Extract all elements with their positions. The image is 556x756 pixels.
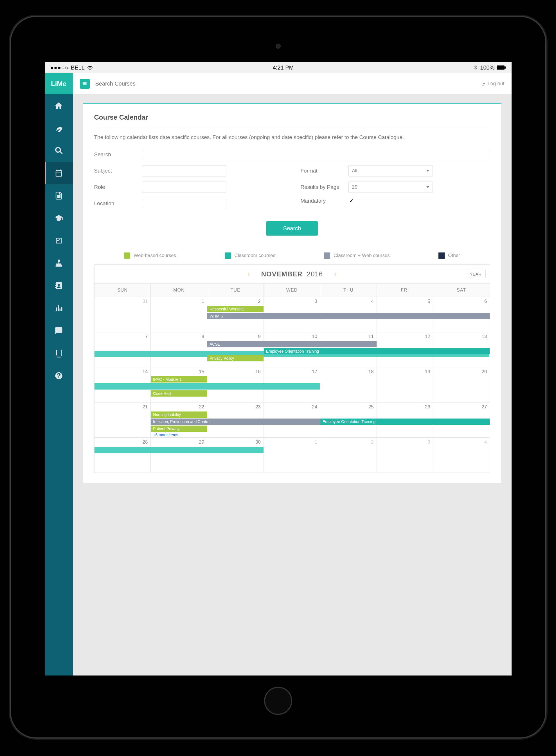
date-number: 1	[314, 439, 317, 445]
calendar-cell[interactable]: 1	[264, 438, 320, 473]
sidebar-messages[interactable]	[45, 320, 73, 342]
sidebar-calendar[interactable]	[45, 162, 73, 184]
logout-label: Log out	[487, 81, 504, 87]
prev-month-button[interactable]: ‹	[236, 270, 261, 278]
sidebar-graduation[interactable]	[45, 207, 73, 229]
calendar-event[interactable]: ACSL	[207, 341, 377, 347]
day-header: MON	[151, 284, 207, 297]
calendar-cell[interactable]: 29	[151, 438, 207, 473]
calendar-event[interactable]	[95, 383, 320, 390]
calendar-event[interactable]: Respectful Workpla	[207, 306, 264, 312]
calendar-title: NOVEMBER 2016	[261, 270, 323, 278]
calendar-cell[interactable]: 9ACSLPrivacy Policy	[207, 332, 264, 367]
date-number: 6	[484, 299, 487, 304]
bar-chart-icon	[55, 304, 63, 313]
results-label: Results by Page	[301, 184, 343, 190]
calendar-event[interactable]: Employee Orientation Training	[264, 348, 489, 354]
calendar-cell[interactable]: 14	[95, 367, 151, 402]
legend-item: Classroom courses	[225, 253, 275, 259]
carrier-label: BELL	[71, 64, 85, 71]
search-input[interactable]	[142, 149, 490, 160]
calendar-event[interactable]	[95, 447, 264, 453]
help-icon	[55, 371, 63, 380]
sidebar-contacts[interactable]	[45, 274, 73, 297]
calendar-cell[interactable]: 7	[95, 332, 151, 367]
calendar-event[interactable]: Privacy Policy	[207, 355, 264, 361]
format-select[interactable]: All	[348, 165, 433, 176]
calendar-cell[interactable]: 1	[151, 297, 207, 332]
home-icon	[55, 101, 63, 110]
sidebar-checklist[interactable]	[45, 229, 73, 252]
leaf-icon	[55, 124, 63, 132]
calendar-cell[interactable]: 18	[320, 367, 377, 402]
sidebar-document[interactable]	[45, 184, 73, 207]
calendar-cell[interactable]: 21	[95, 402, 151, 438]
sidebar-leaf[interactable]	[45, 117, 73, 139]
app-logo[interactable]: LiMe	[45, 73, 73, 94]
calendar-cell[interactable]: 3	[377, 438, 433, 473]
sidebar-hierarchy[interactable]	[45, 252, 73, 274]
sidebar-reports[interactable]	[45, 297, 73, 320]
sidebar-help[interactable]	[45, 364, 73, 387]
calendar-event[interactable]: Employee Orientation Training	[320, 419, 490, 425]
date-number: 9	[258, 334, 261, 339]
calendar-event[interactable]: WHMIS	[207, 313, 489, 319]
results-select[interactable]: 25	[348, 182, 433, 193]
date-number: 29	[199, 439, 204, 445]
legend-item: Web-based courses	[124, 253, 176, 259]
sidebar-search[interactable]	[45, 139, 73, 162]
checklist-icon	[55, 236, 63, 245]
caret-down-icon	[426, 186, 429, 188]
next-month-button[interactable]: ›	[323, 270, 348, 278]
location-input[interactable]	[142, 198, 227, 209]
calendar-cell[interactable]: 20	[433, 367, 490, 402]
subject-label: Subject	[94, 168, 136, 174]
sidebar-book[interactable]	[45, 342, 73, 364]
calendar-event[interactable]: Patient Privacy	[151, 426, 207, 432]
date-number: 26	[425, 404, 430, 410]
year-view-button[interactable]: YEAR	[466, 270, 486, 278]
calendar-event[interactable]: Infection, Prevention and Control	[151, 419, 320, 425]
calendar-cell[interactable]: 4	[433, 438, 490, 473]
day-header: SUN	[95, 284, 151, 297]
calendar-cell[interactable]: 22Nursing LiabilityInfection, Prevention…	[151, 402, 207, 438]
date-number: 23	[255, 404, 261, 410]
day-header: SAT	[433, 284, 490, 297]
legend: Web-based coursesClassroom coursesClassr…	[94, 247, 490, 264]
calendar-cell[interactable]: 25Employee Orientation Training	[320, 402, 377, 438]
date-number: 16	[255, 369, 261, 374]
logout-button[interactable]: Log out	[481, 81, 504, 87]
graduation-icon	[55, 214, 63, 222]
calendar-cell[interactable]: 31	[95, 297, 151, 332]
document-icon	[55, 191, 63, 200]
sidebar-home[interactable]	[45, 94, 73, 117]
calendar-event[interactable]: Nursing Liability	[151, 412, 207, 418]
calendar-event[interactable]: Code Red	[151, 390, 207, 397]
hamburger-icon	[82, 81, 87, 86]
calendar-event[interactable]: IPAC - Module 1	[151, 376, 207, 383]
calendar-cell[interactable]: 19	[377, 367, 433, 402]
date-number: 4	[371, 299, 374, 304]
tablet-home-button[interactable]	[264, 687, 292, 715]
calendar-cell[interactable]: 2	[320, 438, 377, 473]
subject-input[interactable]	[142, 165, 227, 176]
global-search-input[interactable]	[95, 80, 476, 87]
date-number: 12	[425, 334, 430, 339]
caret-down-icon	[426, 170, 429, 172]
calendar-cell[interactable]: 2Respectful WorkplaWHMIS	[207, 297, 264, 332]
role-input[interactable]	[142, 182, 227, 193]
mandatory-checkbox[interactable]: ✓	[348, 198, 355, 204]
menu-toggle-button[interactable]	[80, 79, 90, 89]
date-number: 22	[199, 404, 204, 410]
date-number: 1	[202, 299, 204, 304]
calendar-cell[interactable]: 8	[151, 332, 207, 367]
calendar-cell[interactable]: 10Employee Orientation Training	[264, 332, 320, 367]
date-number: 10	[312, 334, 317, 339]
calendar-cell[interactable]: 30	[207, 438, 264, 473]
more-events-link[interactable]: +6 more items	[151, 433, 178, 437]
mandatory-label: Mandatory	[301, 198, 343, 204]
battery-percent: 100%	[480, 64, 494, 71]
calendar-cell[interactable]: 28	[95, 438, 151, 473]
role-label: Role	[94, 184, 136, 190]
search-button[interactable]: Search	[266, 221, 318, 236]
